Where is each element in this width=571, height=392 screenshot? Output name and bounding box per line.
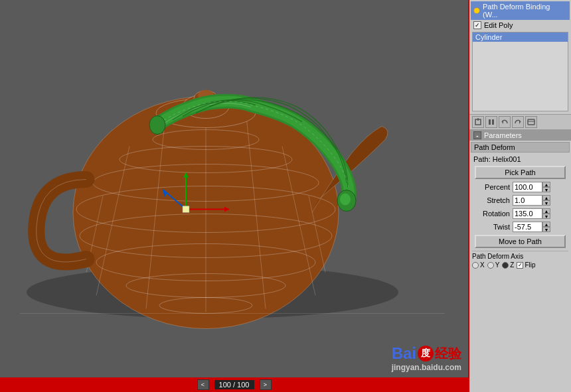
axis-x-radio[interactable]: X [472, 261, 485, 269]
svg-rect-35 [489, 119, 491, 125]
stretch-input-group: 1.0 ▲ ▼ [513, 195, 550, 206]
params-header[interactable]: - Parameters [469, 130, 571, 141]
axis-z-circle [502, 262, 509, 269]
stretch-spinner: ▲ ▼ [542, 195, 550, 206]
twist-input-group: -57.5 ▲ ▼ [513, 222, 550, 232]
stretch-input[interactable]: 1.0 [513, 195, 542, 206]
svg-rect-39 [528, 119, 534, 125]
rotation-spin-down[interactable]: ▼ [542, 214, 550, 219]
svg-rect-36 [492, 119, 494, 125]
axis-row: X Y Z ✓ Flip [472, 261, 568, 269]
next-frame-btn[interactable]: > [260, 379, 272, 390]
main-container: Bai 度 经验 jingyan.baidu.com < 100 / 100 >… [0, 0, 571, 392]
twist-spinner: ▲ ▼ [542, 222, 550, 232]
stretch-label: Stretch [473, 196, 510, 204]
percent-row: Percent 100.0 ▲ ▼ [469, 180, 571, 194]
modifier-path-deform-label: Path Deform Binding (W... [483, 3, 567, 19]
rotation-input-group: 135.0 ▲ ▼ [513, 208, 550, 219]
flip-label: Flip [525, 261, 535, 269]
stack-toolbar [469, 114, 571, 130]
move-to-path-btn[interactable]: Move to Path [475, 235, 566, 248]
percent-input-group: 100.0 ▲ ▼ [513, 182, 550, 192]
axis-y-radio[interactable]: Y [487, 261, 500, 269]
rotation-label: Rotation [473, 210, 510, 218]
axis-section: Path Deform Axis X Y Z [469, 249, 571, 270]
params-panel: - Parameters Path Deform Path: Helix001 … [469, 130, 571, 392]
pick-path-btn[interactable]: Pick Path [475, 166, 566, 179]
stretch-spin-down[interactable]: ▼ [542, 200, 550, 206]
stack-pin-btn[interactable] [472, 116, 484, 128]
modifier-stack: Path Deform Binding (W... ✓ Edit Poly Cy… [469, 0, 571, 114]
twist-label: Twist [473, 223, 510, 231]
modifier-edit-poly[interactable]: ✓ Edit Poly [471, 20, 570, 31]
axis-z-radio[interactable]: Z [502, 261, 514, 269]
modifier-edit-poly-label: Edit Poly [484, 21, 513, 29]
svg-point-23 [340, 194, 351, 206]
stack-undo-btn[interactable] [499, 116, 511, 128]
scene-svg [0, 0, 468, 392]
percent-spin-down[interactable]: ▼ [542, 187, 550, 192]
percent-spin-up[interactable]: ▲ [542, 182, 550, 187]
params-header-label: Parameters [484, 131, 522, 139]
bottom-bar: < 100 / 100 > [0, 377, 468, 392]
rotation-spinner: ▲ ▼ [542, 208, 550, 219]
svg-point-24 [149, 116, 165, 135]
stretch-spin-up[interactable]: ▲ [542, 195, 550, 200]
axis-y-label: Y [495, 261, 500, 269]
rotation-input[interactable]: 135.0 [513, 208, 542, 219]
axis-section-title: Path Deform Axis [472, 251, 568, 260]
stack-pause-btn[interactable] [485, 116, 497, 128]
right-panel: Path Deform Binding (W... ✓ Edit Poly Cy… [468, 0, 571, 392]
prev-frame-btn[interactable]: < [197, 379, 209, 390]
twist-spin-down[interactable]: ▼ [542, 227, 550, 232]
svg-rect-32 [183, 206, 189, 213]
axis-x-label: X [480, 261, 485, 269]
params-collapse-btn[interactable]: - [473, 131, 481, 139]
modifier-checkbox[interactable]: ✓ [473, 21, 481, 29]
viewport: Bai 度 经验 jingyan.baidu.com < 100 / 100 > [0, 0, 468, 392]
axis-z-label: Z [510, 261, 514, 269]
rotation-row: Rotation 135.0 ▲ ▼ [469, 207, 571, 220]
path-deform-section: Path Deform [471, 142, 570, 153]
frame-counter: 100 / 100 [214, 380, 254, 389]
rotation-spin-up[interactable]: ▲ [542, 208, 550, 214]
modifier-light-icon [473, 7, 480, 14]
path-info: Path: Helix001 [469, 154, 571, 164]
percent-input[interactable]: 100.0 [513, 182, 542, 192]
object-list: Cylinder [472, 32, 568, 111]
axis-y-circle [487, 262, 494, 269]
percent-spinner: ▲ ▼ [542, 182, 550, 192]
twist-spin-up[interactable]: ▲ [542, 222, 550, 227]
object-item-cylinder[interactable]: Cylinder [473, 33, 568, 42]
percent-label: Percent [473, 183, 510, 191]
axis-x-circle [472, 262, 479, 269]
modifier-path-deform-binding[interactable]: Path Deform Binding (W... [471, 1, 570, 20]
twist-input[interactable]: -57.5 [513, 222, 542, 232]
stack-show-btn[interactable] [525, 116, 537, 128]
twist-row: Twist -57.5 ▲ ▼ [469, 220, 571, 233]
flip-cb-box: ✓ [517, 262, 523, 269]
flip-checkbox[interactable]: ✓ Flip [517, 261, 535, 269]
stretch-row: Stretch 1.0 ▲ ▼ [469, 194, 571, 207]
stack-redo-btn[interactable] [512, 116, 524, 128]
